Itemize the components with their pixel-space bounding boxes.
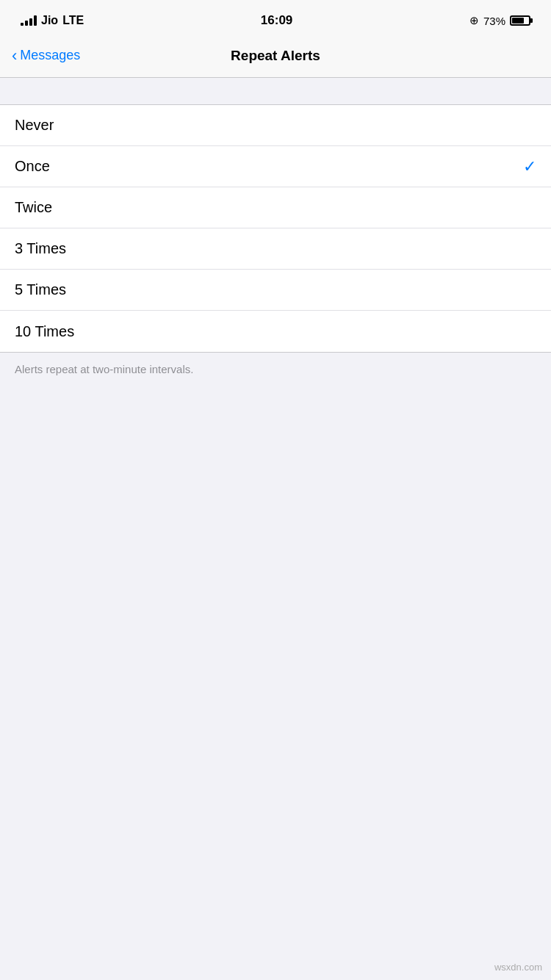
- page-title: Repeat Alerts: [231, 48, 320, 64]
- network-type: LTE: [62, 14, 84, 27]
- checkmark-icon-once: ✓: [523, 157, 536, 176]
- battery-percent: 73%: [483, 15, 505, 27]
- section-spacer-top: [0, 78, 551, 104]
- status-right: ⊕ 73%: [469, 14, 530, 27]
- list-item-once[interactable]: Once✓: [0, 146, 551, 187]
- watermark: wsxdn.com: [494, 962, 542, 973]
- nav-bar: ‹ Messages Repeat Alerts: [0, 37, 551, 78]
- list-item-label-3times: 3 Times: [15, 240, 66, 257]
- status-bar: Jio LTE 16:09 ⊕ 73%: [0, 0, 551, 37]
- back-label: Messages: [20, 48, 80, 63]
- battery-icon: [510, 15, 530, 26]
- back-chevron-icon: ‹: [12, 48, 17, 64]
- carrier-name: Jio: [41, 14, 58, 27]
- options-list: NeverOnce✓Twice3 Times5 Times10 Times: [0, 104, 551, 353]
- list-item-twice[interactable]: Twice: [0, 187, 551, 228]
- list-item-3times[interactable]: 3 Times: [0, 228, 551, 270]
- footer-section: Alerts repeat at two-minute intervals.: [0, 353, 551, 392]
- list-item-never[interactable]: Never: [0, 105, 551, 146]
- list-item-label-once: Once: [15, 158, 50, 175]
- status-time: 16:09: [261, 13, 292, 28]
- list-item-label-5times: 5 Times: [15, 281, 66, 298]
- list-item-10times[interactable]: 10 Times: [0, 311, 551, 352]
- footer-note-text: Alerts repeat at two-minute intervals.: [15, 363, 193, 375]
- list-item-label-10times: 10 Times: [15, 323, 74, 340]
- signal-icon: [21, 15, 37, 26]
- list-item-5times[interactable]: 5 Times: [0, 270, 551, 311]
- list-item-label-never: Never: [15, 117, 54, 134]
- status-left: Jio LTE: [21, 14, 84, 27]
- back-button[interactable]: ‹ Messages: [12, 48, 80, 64]
- lock-icon: ⊕: [469, 14, 479, 27]
- list-item-label-twice: Twice: [15, 199, 52, 216]
